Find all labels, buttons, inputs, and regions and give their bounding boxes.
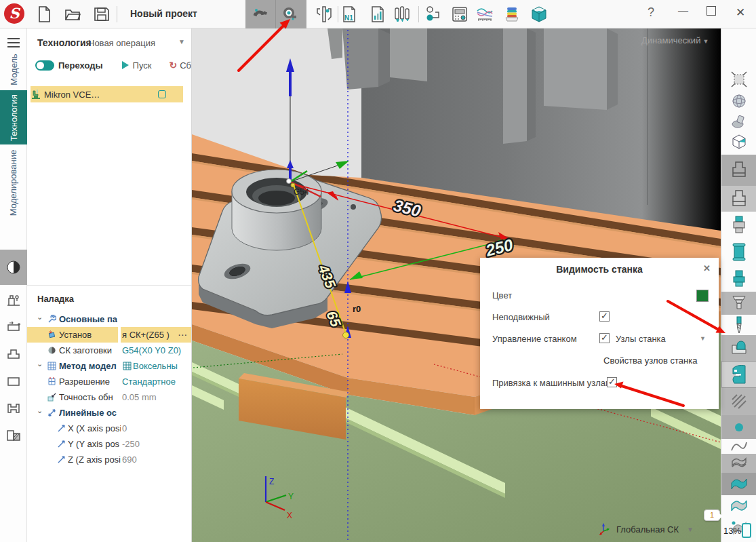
- coordinate-system-selector[interactable]: Глобальная СК ▼: [599, 522, 694, 536]
- save-project-icon[interactable]: [93, 5, 111, 23]
- funnel-part-icon[interactable]: [721, 292, 756, 315]
- process-graph-icon[interactable]: [425, 5, 443, 23]
- axis-arrow-icon: [47, 408, 56, 417]
- tree-row-workpiece-cs[interactable]: СК заготовки G54(X0 Y0 Z0): [27, 343, 192, 358]
- fixed-checkbox[interactable]: [599, 311, 610, 322]
- notification-badge[interactable]: 1: [704, 509, 720, 521]
- machine-list-item[interactable]: Mikron VCE…: [31, 86, 183, 102]
- reset-icon[interactable]: ↻: [170, 60, 178, 71]
- run-label[interactable]: Пуск: [133, 60, 152, 71]
- maximize-button[interactable]: [707, 6, 716, 16]
- fixture-clamp-icon[interactable]: [5, 400, 22, 417]
- run-icon[interactable]: [122, 61, 129, 69]
- statistics-doc-icon[interactable]: [369, 5, 386, 23]
- machine-checkbox[interactable]: [158, 90, 166, 98]
- new-project-icon[interactable]: [35, 5, 53, 23]
- transitions-toggle[interactable]: [35, 60, 54, 71]
- pressed-tool-group: [245, 0, 306, 28]
- machine-scheme-icon[interactable]: [5, 292, 22, 308]
- layers-stack-icon[interactable]: [503, 5, 521, 23]
- tree-row-main-params[interactable]: ⌄ Основные па: [27, 311, 192, 327]
- more-button[interactable]: ···: [178, 331, 188, 339]
- surfaces-outline-icon[interactable]: [721, 454, 756, 473]
- caliper-icon[interactable]: [315, 5, 333, 23]
- chevron-down-icon: ▼: [702, 38, 709, 45]
- help-button[interactable]: ?: [648, 5, 654, 20]
- tab-model[interactable]: Модель: [0, 54, 27, 84]
- section-view-icon[interactable]: [5, 427, 22, 444]
- svg-text:X: X: [287, 511, 292, 520]
- machine-visibility-popup: Видимость станка ✕ Цвет Неподвижный Упра…: [480, 258, 719, 409]
- workpiece-contrast-icon[interactable]: [0, 250, 27, 285]
- close-icon[interactable]: ✕: [703, 263, 711, 273]
- tree-row-linear-axes[interactable]: ⌄ Линейные ос: [27, 405, 192, 421]
- tab-simulation[interactable]: Моделирование: [0, 153, 27, 212]
- wrench-icon: [47, 315, 56, 324]
- machine-visibility-icon[interactable]: [721, 361, 756, 388]
- project-title: Новый проект: [130, 8, 197, 19]
- surface-gradient-icon[interactable]: [721, 495, 756, 517]
- tree-row-setup[interactable]: Установ я СК+(Z65 ) ···: [27, 327, 192, 343]
- chevron-down-icon[interactable]: ▼: [178, 38, 185, 45]
- open-project-icon[interactable]: [64, 5, 81, 23]
- reset-label[interactable]: Сбр: [180, 60, 192, 71]
- surface-teal-icon[interactable]: [721, 473, 756, 495]
- machine-panel-icon[interactable]: [451, 5, 469, 23]
- stock-gray-icon[interactable]: [721, 186, 756, 212]
- r0-label: r0: [353, 304, 361, 314]
- nc-program-icon[interactable]: N1: [340, 5, 358, 23]
- menu-icon[interactable]: [7, 38, 20, 50]
- machine-nodes-dropdown[interactable]: Узлы станка: [616, 334, 666, 344]
- triad-icon: [599, 522, 611, 536]
- tree-row-sim-method[interactable]: ⌄ Метод модел Воксельны: [27, 358, 192, 374]
- blank-stock-icon[interactable]: [721, 155, 756, 186]
- graphs-icon[interactable]: [476, 5, 494, 23]
- chevron-down-icon[interactable]: ⌄: [37, 406, 43, 415]
- drill-tool-icon[interactable]: [721, 315, 756, 335]
- stock-part-teal-icon[interactable]: [721, 266, 756, 292]
- setup-section-title: Наладка: [37, 294, 74, 304]
- part-view-icon[interactable]: [721, 111, 756, 132]
- view-mode-dropdown[interactable]: Динамический▼: [641, 35, 709, 45]
- tree-row-x-axis[interactable]: X (X axis posi 0: [27, 421, 192, 436]
- shaded-sphere-icon[interactable]: [721, 91, 756, 111]
- close-button[interactable]: ✕: [736, 5, 745, 20]
- point-icon[interactable]: [721, 415, 756, 439]
- progress-battery-icon: [742, 523, 751, 538]
- measure-tape-icon[interactable]: [281, 5, 298, 23]
- fit-view-icon[interactable]: [721, 68, 756, 91]
- tools-library-icon[interactable]: [393, 5, 411, 23]
- part-icon[interactable]: [5, 346, 22, 362]
- tree-row-resolution[interactable]: Разрешение Стандартное: [27, 374, 192, 389]
- view-cube-icon[interactable]: [721, 132, 756, 152]
- chevron-down-icon[interactable]: ⌄: [37, 360, 43, 368]
- curve-icon[interactable]: [721, 439, 756, 454]
- main-toolbar: S Новый проект N1 ? — ✕: [0, 0, 756, 28]
- tree-row-y-axis[interactable]: Y (Y axis pos -250: [27, 436, 192, 452]
- box-icon[interactable]: [5, 373, 22, 389]
- setup-transform-icon: [47, 330, 56, 339]
- svg-text:Y: Y: [288, 492, 294, 501]
- app-logo-icon: S: [4, 3, 24, 24]
- panel-divider: [27, 285, 192, 286]
- node-properties-link[interactable]: Свойства узлов станка: [603, 355, 697, 366]
- cs-label: Глобальная СК: [616, 524, 679, 535]
- workpiece-setup-icon[interactable]: [5, 319, 22, 335]
- machine-color-swatch[interactable]: [696, 290, 709, 302]
- snap-magnet-icon[interactable]: [251, 5, 268, 23]
- chevron-down-icon[interactable]: ⌄: [37, 313, 43, 322]
- fixture-icon[interactable]: [721, 335, 756, 361]
- tree-row-z-axis[interactable]: Z (Z axis posi 690: [27, 452, 192, 467]
- tree-row-accuracy[interactable]: Точность обн 0.05 mm: [27, 389, 192, 405]
- tab-technology[interactable]: Технология: [0, 90, 27, 144]
- toolpath-hatch-icon[interactable]: [721, 388, 756, 415]
- stock-teal-top-icon[interactable]: [721, 212, 756, 239]
- voxel-sim-icon[interactable]: [530, 5, 548, 23]
- stock-cylinder-teal-icon[interactable]: [721, 239, 756, 266]
- machine-control-checkbox[interactable]: [599, 333, 610, 343]
- svg-text:Z: Z: [269, 477, 274, 486]
- chevron-down-icon[interactable]: ▼: [700, 335, 706, 342]
- minimize-button[interactable]: —: [678, 4, 688, 16]
- snap-to-nodes-checkbox[interactable]: [607, 377, 617, 387]
- new-operation-dropdown[interactable]: Новая операция: [88, 38, 155, 48]
